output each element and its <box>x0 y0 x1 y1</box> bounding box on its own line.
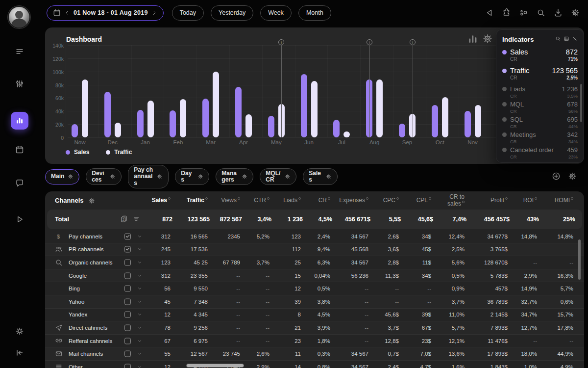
filter-chip-days[interactable]: Days <box>175 168 209 185</box>
chevron-down-icon[interactable] <box>137 365 142 368</box>
row-checkbox[interactable] <box>124 351 131 357</box>
row-checkbox[interactable] <box>124 298 131 305</box>
settings-icon[interactable] <box>197 174 203 180</box>
bar-traffic-apr[interactable] <box>245 114 252 137</box>
settings-icon[interactable] <box>68 174 74 180</box>
indicator-pending-order[interactable]: Pending order342CR <box>502 161 578 163</box>
filters-settings-button[interactable] <box>568 172 577 182</box>
bar-sales-oct[interactable] <box>432 105 438 137</box>
chevron-down-icon[interactable] <box>137 339 142 343</box>
bar-traffic-mar[interactable] <box>213 72 219 137</box>
indicator-sql[interactable]: SQL695CR44% <box>502 116 578 129</box>
table-settings-icon[interactable] <box>88 197 95 204</box>
extensions-icon[interactable] <box>500 6 513 19</box>
filter-chip-mqlcr[interactable]: MQL/CR <box>260 168 296 185</box>
column-header-romi[interactable]: ROMI <box>543 197 579 204</box>
bar-sales-apr[interactable] <box>235 87 242 137</box>
settings-icon[interactable] <box>157 174 163 180</box>
settings-icon[interactable] <box>242 174 247 180</box>
sidebar-item-collapse[interactable] <box>15 348 24 359</box>
bar-traffic-jan[interactable] <box>147 101 154 137</box>
filter-chip-main[interactable]: Main <box>45 169 79 184</box>
indicator-meetings[interactable]: Meetings342CR34% <box>502 131 578 144</box>
logo-avatar[interactable] <box>8 6 30 28</box>
table-row-yahoo[interactable]: Yahoo457 348----393,8%------3,7%36 789$3… <box>45 295 584 309</box>
bar-traffic-feb[interactable] <box>180 99 186 137</box>
row-checkbox[interactable] <box>124 259 131 265</box>
row-checkbox[interactable] <box>124 338 131 344</box>
bar-sales-may[interactable] <box>268 116 274 137</box>
settings-icon[interactable] <box>285 174 291 180</box>
row-checkbox[interactable] <box>124 272 131 279</box>
column-header-ctr[interactable]: CTR <box>246 197 275 204</box>
filter-chip-managers[interactable]: Managers <box>216 168 253 185</box>
bar-sales-dec[interactable] <box>104 92 111 137</box>
row-checkbox[interactable] <box>124 324 131 331</box>
chevron-right-icon[interactable] <box>151 10 157 16</box>
sidebar-item-equalizer[interactable] <box>15 79 24 90</box>
table-row-mail-channels[interactable]: Mail channels5512 56723 7452,6%110,3%34 … <box>45 347 584 361</box>
bar-traffic-dec[interactable] <box>115 123 121 137</box>
chevron-left-icon[interactable] <box>64 10 70 16</box>
column-header-roi[interactable]: ROI <box>514 197 543 204</box>
search-icon[interactable] <box>555 36 561 43</box>
bar-sales-now[interactable] <box>72 124 78 137</box>
marker-info-icon[interactable]: i <box>367 39 372 45</box>
bar-sales-jan[interactable] <box>137 110 144 137</box>
chevron-down-icon[interactable] <box>137 325 142 330</box>
indicator-sales[interactable]: Sales872CR71% <box>502 48 578 62</box>
indicator-liads[interactable]: Liads1 236CR3,5% <box>502 85 578 99</box>
filter-chip-sales[interactable]: Sales <box>303 168 338 185</box>
bar-traffic-jul[interactable] <box>343 131 350 137</box>
copy-count-icon[interactable]: 2 <box>120 215 128 224</box>
bar-traffic-jun[interactable] <box>311 81 318 137</box>
table-row-bing[interactable]: Bing569 550----120,5%------0,9%457$14,9%… <box>45 282 584 295</box>
indicator-canceled-order[interactable]: Canceled order459CR23% <box>502 146 578 159</box>
column-header-expenses[interactable]: Expenses <box>336 197 374 204</box>
add-filter-button[interactable] <box>552 172 561 182</box>
filter-chip-paychannaals[interactable]: Pay channaals <box>128 165 169 188</box>
total-row[interactable]: Total2872123 565872 5673,4%1 2364,5%456 … <box>47 210 582 229</box>
chevron-down-icon[interactable] <box>137 247 142 252</box>
row-checkbox[interactable] <box>124 246 131 253</box>
bar-traffic-now[interactable] <box>82 79 88 137</box>
range-button-month[interactable]: Month <box>298 5 331 21</box>
row-checkbox[interactable] <box>124 286 131 292</box>
grid-icon[interactable] <box>564 36 569 43</box>
filter-chip-devices[interactable]: Devices <box>86 168 122 185</box>
column-header-traffic[interactable]: Traffic <box>176 197 214 204</box>
table-row-yandex[interactable]: Yandex124 345----84,5%--45,6$39$11,0%2 1… <box>45 309 584 322</box>
bar-sales-jun[interactable] <box>301 74 307 137</box>
table-row-pay-channels[interactable]: $Pay channels31216 56523455,2%1232,4%34 … <box>45 230 584 243</box>
row-checkbox[interactable] <box>124 312 131 318</box>
chart-type-icon[interactable] <box>467 33 478 44</box>
settings-icon[interactable] <box>326 174 332 180</box>
search-icon[interactable] <box>535 6 547 19</box>
marker-info-icon[interactable]: i <box>278 39 284 45</box>
indicator-traffic[interactable]: Traffic123 565CR2,5% <box>502 67 578 80</box>
bar-sales-sep[interactable] <box>399 124 405 137</box>
bar-sales-jul[interactable] <box>333 120 340 137</box>
range-button-yesterday[interactable]: Yesterday <box>211 5 253 21</box>
table-row-direct-cahnnels[interactable]: Direct cahnnels789 256----213,9%--3,7$67… <box>45 321 584 335</box>
sidebar-item-chat[interactable] <box>15 179 24 189</box>
date-range-picker[interactable]: 01 Now 18 - 01 Aug 2019 <box>47 5 164 21</box>
close-icon[interactable] <box>572 36 578 43</box>
sidebar-item-brightness[interactable] <box>15 327 24 338</box>
settings-icon[interactable] <box>110 174 116 180</box>
bar-sales-mar[interactable] <box>202 99 209 137</box>
table-row-organic-channels[interactable]: Organic channels12345 2567 7893,7%256,3%… <box>45 256 584 269</box>
bar-traffic-oct[interactable] <box>442 97 448 137</box>
column-header-profit[interactable]: Profit <box>470 197 514 204</box>
chevron-down-icon[interactable] <box>137 260 142 265</box>
table-row-google[interactable]: Google31223 355----150,04%56 23611,3$34$… <box>45 269 584 283</box>
column-header-cpc[interactable]: CPC <box>374 197 405 204</box>
table-row-refferal-cahnnels[interactable]: Refferal cahnnels676 975----231,8%--12,8… <box>45 335 584 348</box>
range-button-today[interactable]: Today <box>172 5 204 21</box>
bar-sales-feb[interactable] <box>170 110 176 137</box>
column-header-cpl[interactable]: CPL <box>405 197 437 204</box>
sidebar-item-calendar[interactable] <box>15 145 24 156</box>
settings-icon[interactable] <box>569 6 582 19</box>
horizontal-scrollbar[interactable] <box>186 364 244 368</box>
share-icon[interactable] <box>517 6 530 19</box>
